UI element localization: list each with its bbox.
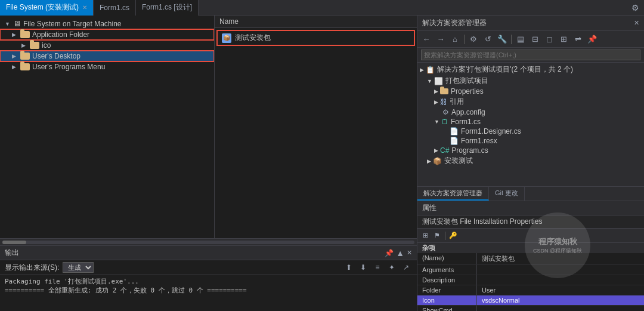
toolbar-sync-btn[interactable]: ⇌	[571, 33, 584, 46]
sol-item-appconfig[interactable]: ⚙ App.config	[417, 107, 644, 117]
sol-item-form1designer[interactable]: 📄 Form1.Designer.cs	[417, 127, 644, 136]
props-key-name: (Name)	[417, 253, 477, 264]
sol-item-programcs[interactable]: ▶ C# Program.cs	[417, 146, 644, 155]
right-panel: 解决方案资源管理器 ✕ ← → ⌂ ⚙ ↺ 🔧 ▤ ⊟ ◻ ⊞ ⇌ 📌	[417, 16, 644, 311]
sol-folder-icon-properties	[440, 88, 448, 94]
props-btn-sort[interactable]: ⚑	[432, 230, 442, 241]
props-row-icon[interactable]: Icon vsdscNormal	[417, 295, 644, 306]
toolbar-home-btn[interactable]: ⌂	[448, 33, 462, 46]
scrollbar-track[interactable]	[2, 241, 414, 244]
props-row-showcmd[interactable]: ShowCmd	[417, 306, 644, 311]
props-value-arguments	[477, 265, 644, 275]
toolbar-pin-btn[interactable]: 📌	[586, 33, 599, 46]
output-source-bar: 显示输出来源(S): 生成 ⬆ ⬇ ≡ ✦ ↗	[0, 260, 417, 275]
sol-designer-icon: 📄	[450, 127, 459, 136]
props-row-folder[interactable]: Folder User	[417, 285, 644, 295]
sol-item-properties[interactable]: ▶ Properties	[417, 87, 644, 96]
tree-user-programs[interactable]: ▶ User's Programs Menu	[0, 61, 214, 72]
fs-scrollbar[interactable]	[0, 238, 417, 245]
sol-item-refs[interactable]: ▶ ⛓ 引用	[417, 96, 644, 107]
toolbar-refresh-btn[interactable]: ↺	[481, 33, 494, 46]
tab-filesystem[interactable]: File System (安装测试) ✕	[0, 0, 94, 16]
toolbar-grid-btn[interactable]: ⊞	[557, 33, 570, 46]
props-row-description[interactable]: Description	[417, 275, 644, 285]
tab-form1cs-design[interactable]: Form1.cs [设计]	[136, 0, 199, 16]
props-key-arguments: Arguments	[417, 265, 477, 275]
output-toolbar: ⬆ ⬇ ≡ ✦ ↗	[343, 261, 412, 273]
output-expand-icon[interactable]: ▲	[396, 248, 404, 258]
sol-config-icon: ⚙	[442, 108, 449, 116]
solution-search-input[interactable]	[421, 50, 640, 60]
props-subtitle: 测试安装包 File Installation Properties	[417, 215, 644, 229]
settings-icon[interactable]: ⚙	[627, 3, 644, 13]
tree-app-folder-label: Application Folder	[32, 30, 89, 39]
sol-setup-label: 安装测试	[444, 156, 473, 166]
output-title: 输出	[5, 248, 19, 258]
expand-user-programs: ▶	[12, 64, 19, 70]
output-header: 输出 📌 ▲ ✕	[0, 246, 417, 260]
props-value-showcmd	[477, 306, 644, 311]
toolbar-wrench-btn[interactable]: 🔧	[496, 33, 509, 46]
toolbar-collapse-btn[interactable]: ⊟	[528, 33, 541, 46]
sol-programcs-label: Program.cs	[451, 146, 488, 155]
sol-item-project[interactable]: ▼ ⬜ 打包测试项目	[417, 75, 644, 87]
sol-item-form1resx[interactable]: 📄 Form1.resx	[417, 136, 644, 146]
props-btn-key[interactable]: 🔑	[448, 230, 459, 241]
output-line-2: ========== 全部重新生成: 成功 2 个，失败 0 个，跳过 0 个 …	[5, 286, 412, 295]
props-row-arguments[interactable]: Arguments	[417, 265, 644, 275]
solution-tree: ▶ 📋 解决方案'打包测试项目'(2 个项目，共 2 个) ▼ ⬜ 打包测试项目…	[417, 63, 644, 186]
tree-user-desktop[interactable]: ▶ User's Desktop	[0, 51, 214, 61]
toolbar-preview-btn[interactable]: ◻	[543, 33, 556, 46]
output-close-icon[interactable]: ✕	[407, 249, 412, 257]
sol-tab-git[interactable]: Git 更改	[489, 187, 525, 201]
tab-form1cs-label: Form1.cs	[100, 4, 129, 12]
output-btn-3[interactable]: ≡	[371, 261, 383, 273]
sol-programcs-icon: C#	[440, 146, 449, 155]
sol-explorer-close[interactable]: ✕	[634, 19, 639, 27]
toolbar-filter-btn[interactable]: ▤	[514, 33, 527, 46]
sol-item-form1cs[interactable]: ▼ 🗒 Form1.cs	[417, 117, 644, 127]
fs-right-item-package[interactable]: 📦 测试安装包	[217, 30, 414, 45]
tab-filesystem-label: File System (安装测试)	[6, 2, 79, 13]
props-row-name[interactable]: (Name) 测试安装包	[417, 253, 644, 265]
toolbar-forward-btn[interactable]: →	[434, 33, 447, 46]
sol-expand-form1cs: ▼	[434, 119, 439, 125]
output-source-select[interactable]: 生成	[63, 262, 94, 273]
output-btn-4[interactable]: ✦	[386, 261, 398, 273]
fs-right: Name 📦 测试安装包	[215, 16, 417, 238]
sol-solution-label: 解决方案'打包测试项目'(2 个项目，共 2 个)	[437, 64, 573, 75]
tree-root[interactable]: ▼ 🖥 File System on Target Machine	[0, 18, 214, 29]
output-btn-2[interactable]: ⬇	[357, 261, 369, 273]
solution-search	[417, 48, 644, 63]
scrollbar-thumb[interactable]	[2, 241, 26, 244]
sol-tab-explorer-label: 解决方案资源管理器	[423, 189, 482, 196]
output-line-1: Packaging file '打包测试项目.exe'...	[5, 277, 412, 286]
fs-right-item-label: 测试安装包	[235, 33, 271, 43]
folder-icon-ico	[30, 42, 39, 49]
tree-app-folder[interactable]: ▶ Application Folder	[0, 29, 214, 40]
sol-refs-label: 引用	[450, 97, 464, 107]
tree-ico[interactable]: ▶ ico	[0, 40, 214, 51]
sol-project-icon: ⬜	[434, 77, 443, 85]
sol-expand-project: ▼	[427, 78, 432, 84]
output-source-label: 显示输出来源(S):	[5, 263, 59, 273]
tab-filesystem-close[interactable]: ✕	[82, 4, 87, 11]
folder-icon-app	[20, 31, 30, 38]
tab-form1cs[interactable]: Form1.cs	[94, 0, 136, 16]
toolbar-back-btn[interactable]: ←	[420, 33, 433, 46]
expand-app-folder: ▶	[12, 32, 19, 38]
sol-item-setup[interactable]: ▶ 📦 安装测试	[417, 155, 644, 167]
output-btn-5[interactable]: ↗	[400, 261, 412, 273]
setup-icon: 📦	[222, 33, 231, 43]
sol-item-solution[interactable]: ▶ 📋 解决方案'打包测试项目'(2 个项目，共 2 个)	[417, 64, 644, 75]
props-panel-title: 属性	[417, 201, 644, 215]
expand-root: ▼	[5, 21, 12, 27]
sol-appconfig-label: App.config	[451, 108, 485, 116]
pin-icon[interactable]: 📌	[385, 249, 394, 257]
props-btn-grid[interactable]: ⊞	[420, 230, 431, 241]
tree-root-label: File System on Target Machine	[23, 20, 122, 28]
sol-tab-explorer[interactable]: 解决方案资源管理器	[417, 187, 489, 201]
left-panel: ▼ 🖥 File System on Target Machine ▶ Appl…	[0, 16, 417, 311]
toolbar-settings-btn[interactable]: ⚙	[467, 33, 480, 46]
output-btn-1[interactable]: ⬆	[343, 261, 355, 273]
